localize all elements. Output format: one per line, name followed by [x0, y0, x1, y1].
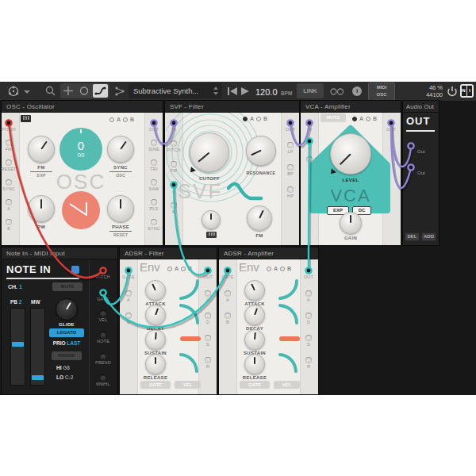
- osc-port-reset[interactable]: RESET: [0, 159, 20, 171]
- adsr-amp-port-b-in[interactable]: B: [217, 313, 239, 324]
- note-in-port-vel[interactable]: VEL: [92, 310, 114, 322]
- osc-port-tri[interactable]: TRI: [143, 159, 165, 171]
- adsr-amp-port-r-out[interactable]: R: [298, 357, 320, 369]
- module-vca-header[interactable]: VCA - Amplifier: [301, 101, 401, 113]
- tempo-display[interactable]: 120.0 BPM: [255, 83, 292, 98]
- note-in-port-note[interactable]: NOTE: [92, 332, 114, 344]
- svf-port-fm[interactable]: FM: [163, 161, 185, 173]
- osc-port-fm[interactable]: FM: [0, 140, 20, 152]
- adsr-filter-gate-button[interactable]: GATE: [140, 381, 171, 389]
- osc-fm-sub-label[interactable]: EXP: [27, 173, 56, 177]
- adsr-filter-ab-selector[interactable]: A B: [167, 266, 192, 271]
- link-button[interactable]: LINK: [297, 83, 324, 98]
- chevron-down-icon[interactable]: [24, 90, 30, 94]
- adsr-amp-port-d-out[interactable]: D: [298, 313, 320, 324]
- adsr-filter-port-r-out[interactable]: R: [197, 357, 219, 369]
- range-button[interactable]: RANGE: [52, 351, 82, 360]
- svf-port-in[interactable]: IN: [163, 120, 185, 132]
- range-lo[interactable]: LO C-2: [56, 374, 73, 380]
- note-in-port-gate[interactable]: GATE: [92, 290, 114, 301]
- search-icon[interactable]: [44, 85, 57, 98]
- vca-port-out[interactable]: OUT: [380, 120, 402, 132]
- crosshair-tool-icon[interactable]: [63, 86, 74, 96]
- radio-b-icon[interactable]: [123, 117, 128, 122]
- adsr-filter-attack-knob[interactable]: [145, 280, 166, 301]
- svf-fm-knob[interactable]: [247, 205, 272, 231]
- note-in-mute-button[interactable]: MUTE: [52, 282, 83, 291]
- radio-a-icon[interactable]: [109, 117, 114, 122]
- vca-level-knob[interactable]: [330, 133, 371, 175]
- svf-cutoff-knob[interactable]: [190, 132, 229, 172]
- vca-gain-knob[interactable]: [340, 212, 362, 234]
- svf-keytrack-knob[interactable]: [202, 210, 221, 229]
- adsr-filter-port-out[interactable]: OUT: [197, 267, 219, 279]
- modwheel-slider[interactable]: [30, 308, 45, 386]
- vca-mute-button[interactable]: MUTE: [321, 113, 346, 122]
- osc-phase-knob[interactable]: [107, 195, 134, 222]
- midi-osc-badge[interactable]: MIDI OSC: [368, 83, 395, 101]
- adsr-filter-port-d-out[interactable]: D: [197, 313, 219, 324]
- adsr-amp-port-out[interactable]: OUT: [298, 267, 320, 279]
- adsr-filter-port-gate[interactable]: GATE: [117, 267, 140, 279]
- priority-display[interactable]: PRIO LAST: [48, 340, 86, 346]
- note-in-port-pitch[interactable]: PITCH: [92, 267, 114, 279]
- osc-port-sine[interactable]: SINE: [143, 140, 165, 152]
- svf-resonance-knob[interactable]: [246, 136, 276, 166]
- module-note-in-header[interactable]: Note In - MIDI Input: [2, 248, 117, 259]
- circle-tool-icon[interactable]: [79, 86, 90, 96]
- osc-port-syncout[interactable]: SYNC: [143, 219, 165, 231]
- radio-a-icon[interactable]: [352, 117, 357, 121]
- power-icon[interactable]: [447, 86, 458, 97]
- radio-b-icon[interactable]: [181, 267, 186, 271]
- adsr-amp-port-a-in[interactable]: A: [217, 290, 239, 302]
- module-adsr-amp-header[interactable]: ADSR - Amplifier: [219, 248, 318, 259]
- module-svf-header[interactable]: SVF - Filter: [165, 101, 299, 113]
- adsr-filter-port-s-out[interactable]: S: [197, 335, 219, 347]
- adsr-filter-port-a-in[interactable]: A: [117, 290, 140, 302]
- adsr-filter-release-knob[interactable]: [145, 354, 166, 374]
- pitchbend-slider[interactable]: [10, 308, 25, 386]
- adsr-amp-attack-knob[interactable]: [244, 280, 265, 301]
- adsr-filter-vel-button[interactable]: VEL: [175, 381, 201, 389]
- svf-port-a[interactable]: A: [163, 182, 185, 194]
- modwheel-slider-handle[interactable]: [32, 375, 44, 380]
- osc-sync-sub-label[interactable]: OSC: [106, 173, 135, 177]
- audio-out-port-l[interactable]: [400, 143, 422, 149]
- reaktor-logo-icon[interactable]: [6, 85, 21, 98]
- osc-port-pitch[interactable]: PITCH: [0, 120, 20, 132]
- note-in-port-pbend[interactable]: PBEND: [92, 353, 114, 365]
- stepper-down-icon[interactable]: [213, 92, 218, 95]
- osc-phase-sub-label[interactable]: RESET: [106, 232, 135, 236]
- adsr-filter-port-b-in[interactable]: B: [117, 313, 140, 324]
- osc-port-pls[interactable]: PLS: [143, 199, 165, 211]
- adsr-amp-gate-button[interactable]: GATE: [240, 381, 270, 389]
- stepper-up-icon[interactable]: [213, 86, 218, 90]
- adsr-amp-release-knob[interactable]: [244, 354, 265, 374]
- osc-port-saw[interactable]: SAW: [143, 179, 165, 191]
- adsr-amp-vel-button[interactable]: VEL: [274, 381, 300, 389]
- legato-button[interactable]: LEGATO: [49, 328, 84, 337]
- adsr-amp-ab-selector[interactable]: A B: [267, 266, 291, 271]
- adsr-amp-decay-knob[interactable]: [244, 305, 265, 325]
- adsr-filter-port-a-out[interactable]: A: [197, 290, 219, 302]
- radio-a-icon[interactable]: [267, 267, 271, 271]
- adsr-filter-decay-knob[interactable]: [145, 305, 166, 325]
- connect-icon[interactable]: [330, 88, 344, 95]
- audio-out-port-r[interactable]: [400, 164, 422, 171]
- range-hi[interactable]: HI G8: [56, 365, 70, 370]
- vca-port-a[interactable]: A: [298, 138, 321, 150]
- svf-port-pitch[interactable]: PITCH: [163, 140, 185, 152]
- structure-nodes-icon[interactable]: [114, 85, 126, 98]
- svf-port-hp[interactable]: HP: [279, 186, 301, 198]
- vca-port-in[interactable]: IN: [298, 120, 321, 132]
- adsr-amp-sustain-knob[interactable]: [244, 329, 265, 350]
- cable-tool-icon[interactable]: [93, 84, 108, 98]
- adsr-filter-sustain-knob[interactable]: [145, 329, 166, 350]
- patch-title-field[interactable]: Subtractive Synth...: [129, 83, 222, 98]
- vca-port-b[interactable]: B: [298, 156, 321, 168]
- osc-port-a[interactable]: A: [0, 199, 20, 211]
- adsr-amp-port-s-out[interactable]: S: [298, 335, 320, 347]
- module-osc-header[interactable]: OSC - Oscillator: [2, 101, 163, 113]
- osc-waveform-display[interactable]: [62, 191, 100, 229]
- svf-port-b[interactable]: B: [163, 202, 185, 214]
